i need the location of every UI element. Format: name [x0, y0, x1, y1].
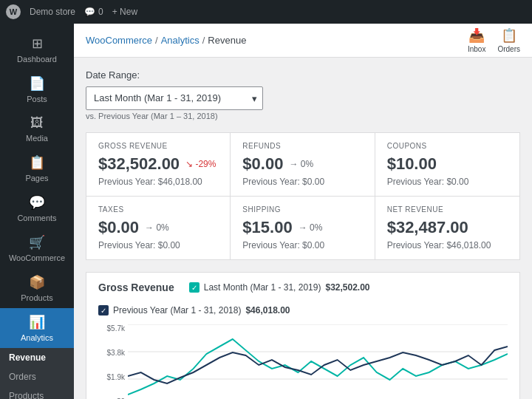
legend-item-previous: ✓ Previous Year (Mar 1 - 31, 2018) $46,0… [98, 305, 290, 316]
stat-label: TAXES [98, 205, 218, 214]
breadcrumb-woocommerce[interactable]: WooCommerce [86, 35, 152, 46]
stat-value: $10.00 [387, 154, 437, 174]
breadcrumb-current: Revenue [208, 35, 246, 46]
new-button[interactable]: + New [112, 7, 137, 17]
sidebar-item-analytics[interactable]: 📊 Analytics [0, 308, 74, 348]
products-icon: 📦 [29, 274, 45, 290]
stat-cell-net-revenue: NET REVENUE $32,487.00 Previous Year: $4… [375, 197, 519, 259]
stats-grid: GROSS REVENUE $32,502.00 ↘ -29% Previous… [86, 132, 520, 260]
stat-change: → 0% [289, 159, 313, 169]
woocommerce-icon: 🛒 [29, 234, 45, 250]
site-name[interactable]: Demo store [30, 7, 75, 17]
sidebar-item-media[interactable]: 🖼 Media [0, 109, 74, 149]
media-icon: 🖼 [30, 115, 44, 131]
sidebar-item-dashboard[interactable]: ⊞ Dashboard [0, 30, 74, 69]
stat-label: SHIPPING [242, 205, 362, 214]
posts-icon: 📄 [29, 75, 45, 92]
chart-y-labels: $5.7k $3.8k $1.9k $0 [98, 324, 125, 399]
sidebar-item-products[interactable]: 📦 Products [0, 268, 74, 308]
sidebar-sub-revenue[interactable]: Revenue [0, 348, 74, 367]
comments-icon: 💬 [29, 194, 45, 211]
sidebar-item-pages[interactable]: 📋 Pages [0, 149, 74, 188]
stat-value: $15.00 [242, 218, 292, 237]
stat-value-row: $0.00 → 0% [242, 154, 362, 174]
analytics-icon: 📊 [29, 314, 45, 330]
stat-prev: Previous Year: $0.00 [387, 177, 508, 187]
breadcrumb: WooCommerce / Analytics / Revenue [86, 35, 246, 46]
stat-value: $32,502.00 [98, 154, 180, 174]
date-range-dropdown[interactable]: Last Month (Mar 1 - 31, 2019) [86, 86, 263, 110]
wp-logo[interactable]: W [6, 4, 21, 19]
analytics-submenu: Revenue Orders Products Categories Coupo… [0, 348, 74, 399]
sidebar-item-posts[interactable]: 📄 Posts [0, 69, 74, 109]
stat-cell-gross-revenue: GROSS REVENUE $32,502.00 ↘ -29% Previous… [86, 133, 231, 197]
stat-label: GROSS REVENUE [98, 142, 218, 150]
stat-value-row: $32,487.00 [387, 218, 508, 237]
chart-section: Gross Revenue ✓ Last Month (Mar 1 - 31, … [86, 272, 520, 399]
legend-value-current: $32,502.00 [325, 282, 369, 293]
chart-container: $5.7k $3.8k $1.9k $0 [98, 324, 508, 399]
header-icons: 📥 Inbox 📋 Orders [468, 27, 520, 53]
sidebar-item-comments[interactable]: 💬 Comments [0, 188, 74, 228]
stat-prev: Previous Year: $0.00 [242, 240, 362, 250]
date-range-select-wrapper: Last Month (Mar 1 - 31, 2019) [86, 86, 263, 110]
pages-icon: 📋 [29, 154, 45, 171]
chart-lines [128, 324, 508, 399]
stat-change: ↘ -29% [185, 159, 216, 169]
content: Date Range: Last Month (Mar 1 - 31, 2019… [74, 58, 532, 399]
sidebar-sub-orders[interactable]: Orders [0, 367, 74, 386]
date-range-section: Date Range: Last Month (Mar 1 - 31, 2019… [86, 69, 520, 120]
date-range-label: Date Range: [86, 69, 520, 81]
breadcrumb-analytics[interactable]: Analytics [161, 35, 200, 46]
orders-button[interactable]: 📋 Orders [497, 27, 520, 53]
legend-label-current: Last Month (Mar 1 - 31, 2019) [204, 282, 321, 293]
layout: ⊞ Dashboard 📄 Posts 🖼 Media 📋 Pages 💬 Co… [0, 24, 532, 399]
sidebar-sub-products[interactable]: Products [0, 386, 74, 399]
stat-prev: Previous Year: $46,018.00 [98, 177, 218, 187]
stat-value-row: $0.00 → 0% [98, 218, 218, 237]
date-range-comparison: vs. Previous Year (Mar 1 – 31, 2018) [86, 112, 520, 120]
stat-cell-refunds: REFUNDS $0.00 → 0% Previous Year: $0.00 [231, 133, 375, 197]
orders-icon: 📋 [501, 27, 517, 44]
main-content: WooCommerce / Analytics / Revenue 📥 Inbo… [74, 24, 532, 399]
legend-check-previous[interactable]: ✓ [98, 305, 109, 316]
legend-value-previous: $46,018.00 [245, 305, 290, 316]
stat-label: NET REVENUE [387, 205, 508, 214]
stat-value-row: $15.00 → 0% [242, 218, 362, 237]
stat-change: → 0% [299, 222, 323, 233]
legend-item-current: ✓ Last Month (Mar 1 - 31, 2019) $32,502.… [189, 282, 370, 293]
stat-value: $32,487.00 [387, 218, 468, 237]
admin-bar: W Demo store 💬 0 + New [0, 0, 532, 24]
main-header: WooCommerce / Analytics / Revenue 📥 Inbo… [74, 24, 532, 58]
inbox-button[interactable]: 📥 Inbox [468, 27, 485, 53]
stat-value: $0.00 [242, 154, 283, 174]
stat-change: → 0% [145, 222, 169, 233]
chart-legend: Gross Revenue ✓ Last Month (Mar 1 - 31, … [98, 282, 508, 316]
stat-prev: Previous Year: $46,018.00 [387, 240, 508, 250]
stat-label: COUPONS [387, 142, 508, 150]
stat-prev: Previous Year: $0.00 [98, 240, 218, 250]
stat-prev: Previous Year: $0.00 [242, 177, 362, 187]
legend-label-previous: Previous Year (Mar 1 - 31, 2018) [113, 305, 241, 316]
chart-teal-line [128, 339, 508, 395]
stat-value-row: $10.00 [387, 154, 508, 174]
sidebar-item-woocommerce[interactable]: 🛒 WooCommerce [0, 228, 74, 268]
stat-cell-shipping: SHIPPING $15.00 → 0% Previous Year: $0.0… [231, 197, 375, 259]
stat-label: REFUNDS [242, 142, 362, 150]
chart-svg: Mar 2019 4 7 10 13 16 19 22 25 [128, 324, 508, 399]
inbox-icon: 📥 [468, 27, 485, 44]
stat-cell-coupons: COUPONS $10.00 Previous Year: $0.00 [375, 133, 519, 197]
sidebar: ⊞ Dashboard 📄 Posts 🖼 Media 📋 Pages 💬 Co… [0, 24, 74, 399]
comments-count[interactable]: 💬 0 [84, 7, 103, 17]
legend-check-current[interactable]: ✓ [189, 282, 200, 293]
stat-cell-taxes: TAXES $0.00 → 0% Previous Year: $0.00 [86, 197, 231, 259]
stat-value: $0.00 [98, 218, 139, 237]
dashboard-icon: ⊞ [32, 35, 43, 52]
stat-value-row: $32,502.00 ↘ -29% [98, 154, 218, 174]
chart-title: Gross Revenue [98, 282, 174, 293]
